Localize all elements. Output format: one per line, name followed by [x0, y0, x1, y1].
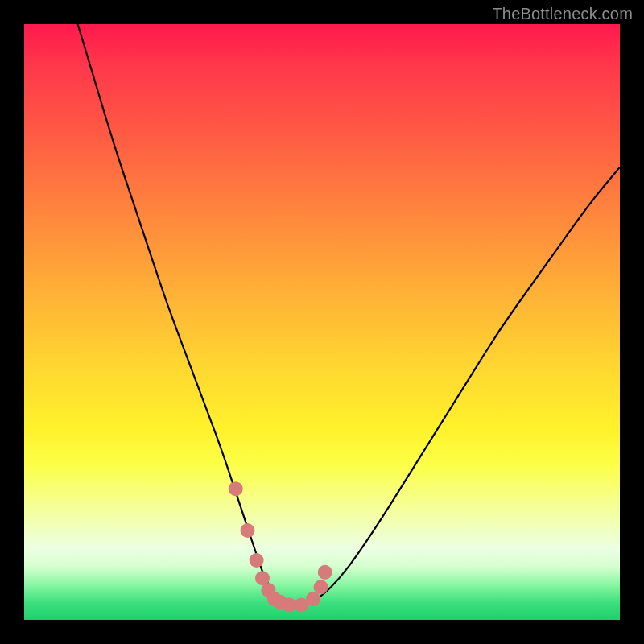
highlight-dot — [306, 592, 320, 606]
watermark-text: TheBottleneck.com — [492, 5, 633, 23]
highlight-dot — [241, 523, 255, 538]
highlight-dot — [318, 565, 332, 580]
plot-area — [24, 24, 620, 620]
highlight-dot — [314, 580, 328, 594]
highlight-dot — [229, 481, 243, 496]
bottleneck-curve — [78, 24, 620, 608]
curve-path-group — [78, 24, 620, 608]
highlight-dot — [250, 553, 264, 568]
curve-svg — [24, 24, 620, 620]
chart-frame: TheBottleneck.com — [0, 0, 644, 644]
highlight-dots-group — [229, 481, 332, 612]
